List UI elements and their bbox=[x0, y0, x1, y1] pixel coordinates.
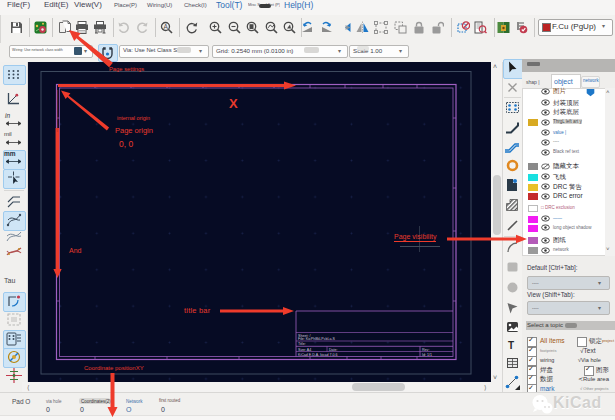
svg-text:Title:: Title: bbox=[298, 342, 306, 346]
svg-text:KiCad E.D.A. kicad 7.0.6: KiCad E.D.A. kicad 7.0.6 bbox=[298, 353, 338, 357]
svg-text:File: KicPhBkLPcbLa.S: File: KicPhBkLPcbLa.S bbox=[298, 337, 336, 341]
svg-text:Rev:: Rev: bbox=[422, 348, 429, 352]
svg-text:Date:: Date: bbox=[329, 348, 338, 352]
svg-text:Size: A4: Size: A4 bbox=[298, 348, 311, 352]
svg-text:A: A bbox=[164, 23, 169, 30]
svg-text:Id: 1/1: Id: 1/1 bbox=[422, 353, 432, 357]
